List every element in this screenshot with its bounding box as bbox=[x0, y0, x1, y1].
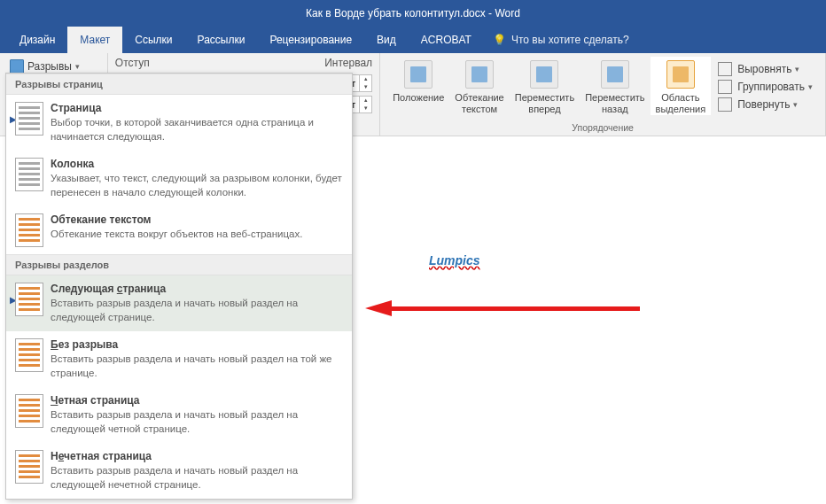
interval-heading: Интервал bbox=[324, 57, 372, 69]
selection-pane-label: Область выделения bbox=[656, 92, 706, 115]
selection-pane-button[interactable]: Область выделения bbox=[651, 57, 712, 115]
spin-up-icon[interactable]: ▲ bbox=[360, 97, 371, 105]
tab-mailings[interactable]: Рассылки bbox=[185, 27, 258, 53]
break-even-page-title: Четная страница bbox=[51, 394, 343, 407]
spin-up-icon[interactable]: ▲ bbox=[360, 75, 371, 83]
selection-pane-icon bbox=[666, 60, 695, 89]
break-textwrap-desc: Обтекание текста вокруг объектов на веб-… bbox=[51, 228, 343, 242]
tell-me-placeholder: Что вы хотите сделать? bbox=[511, 34, 629, 46]
send-backward-label: Переместить назад bbox=[585, 92, 644, 115]
document-text[interactable]: Lumpics bbox=[429, 253, 480, 268]
indent-heading: Отступ bbox=[115, 57, 150, 69]
chevron-down-icon: ▾ bbox=[795, 65, 799, 74]
chevron-down-icon: ▾ bbox=[793, 100, 798, 109]
chevron-down-icon: ▾ bbox=[75, 62, 80, 71]
align-icon bbox=[718, 62, 732, 76]
break-page-desc: Выбор точки, в которой заканчивается одн… bbox=[51, 116, 343, 143]
breaks-icon bbox=[10, 59, 24, 74]
break-continuous-desc: Вставить разрыв раздела и начать новый р… bbox=[51, 353, 343, 380]
break-column-title: Колонка bbox=[51, 158, 343, 170]
position-button[interactable]: Положение bbox=[387, 57, 449, 104]
break-column-item[interactable]: Колонка Указывает, что текст, следующий … bbox=[6, 151, 352, 206]
align-button[interactable]: Выровнять ▾ bbox=[718, 60, 813, 78]
tab-design[interactable]: Дизайн bbox=[7, 27, 67, 53]
break-odd-page-title: Нечетная страница bbox=[51, 450, 343, 462]
break-page-item[interactable]: ▶ Страница Выбор точки, в которой заканч… bbox=[6, 95, 352, 151]
break-textwrap-item[interactable]: Обтекание текстом Обтекание текста вокру… bbox=[6, 206, 352, 254]
bring-forward-button[interactable]: Переместить вперед bbox=[510, 57, 580, 115]
group-button[interactable]: Группировать ▾ bbox=[718, 78, 813, 96]
break-next-page-desc: Вставить разрыв раздела и начать новый р… bbox=[51, 297, 343, 324]
send-backward-icon bbox=[601, 60, 629, 89]
ribbon-tabs: Дизайн Макет Ссылки Рассылки Рецензирова… bbox=[0, 27, 826, 53]
wrap-text-label: Обтекание текстом bbox=[455, 92, 503, 115]
group-icon bbox=[718, 80, 732, 94]
lightbulb-icon: 💡 bbox=[493, 34, 506, 46]
bring-forward-label: Переместить вперед bbox=[515, 92, 574, 115]
arrow-head-icon bbox=[365, 300, 392, 316]
wrap-text-button[interactable]: Обтекание текстом bbox=[449, 57, 509, 115]
breaks-label: Разрывы bbox=[27, 60, 72, 73]
page-break-icon: ▶ bbox=[15, 102, 51, 143]
chevron-down-icon: ▾ bbox=[808, 82, 813, 91]
tell-me-search[interactable]: 💡 Что вы хотите сделать? bbox=[484, 27, 638, 53]
title-bar: Как в Ворде убрать колонтитул.docx - Wor… bbox=[0, 0, 826, 27]
next-page-break-icon: ▶ bbox=[15, 283, 51, 324]
tab-view[interactable]: Вид bbox=[364, 27, 409, 53]
annotation-arrow bbox=[365, 300, 640, 316]
tab-review[interactable]: Рецензирование bbox=[257, 27, 364, 53]
position-label: Положение bbox=[393, 92, 444, 104]
position-icon bbox=[404, 60, 432, 89]
breaks-dropdown-menu: Разрывы страниц ▶ Страница Выбор точки, … bbox=[5, 73, 353, 500]
break-column-desc: Указывает, что текст, следующий за разры… bbox=[51, 172, 343, 199]
break-odd-page-desc: Вставить разрыв раздела и начать новый р… bbox=[51, 464, 343, 492]
break-page-title: Страница bbox=[51, 102, 343, 114]
document-canvas[interactable]: Lumpics bbox=[363, 149, 826, 504]
break-odd-page-item[interactable]: Нечетная страница Вставить разрыв раздел… bbox=[6, 443, 352, 499]
bring-forward-icon bbox=[530, 60, 558, 89]
tab-layout[interactable]: Макет bbox=[67, 27, 122, 53]
break-continuous-title: Без разрыва bbox=[51, 338, 343, 351]
align-label: Выровнять bbox=[737, 63, 791, 75]
odd-page-break-icon bbox=[15, 450, 51, 492]
arrange-group-label: Упорядочение bbox=[387, 120, 818, 136]
break-even-page-item[interactable]: Четная страница Вставить разрыв раздела … bbox=[6, 387, 352, 443]
break-next-page-item[interactable]: ▶ Следующая страница Вставить разрыв раз… bbox=[6, 275, 352, 331]
send-backward-button[interactable]: Переместить назад bbox=[580, 57, 650, 115]
section-breaks-section-header: Разрывы разделов bbox=[6, 254, 352, 275]
even-page-break-icon bbox=[15, 394, 51, 436]
rotate-icon bbox=[718, 97, 732, 112]
break-textwrap-title: Обтекание текстом bbox=[51, 213, 343, 226]
column-break-icon bbox=[15, 158, 51, 199]
tab-acrobat[interactable]: ACROBAT bbox=[409, 27, 484, 53]
textwrap-break-icon bbox=[15, 213, 51, 247]
group-label: Группировать bbox=[737, 81, 805, 93]
spin-down-icon[interactable]: ▼ bbox=[360, 105, 371, 112]
break-next-page-title: Следующая страница bbox=[51, 283, 343, 295]
arrow-shaft bbox=[392, 306, 640, 311]
spin-down-icon[interactable]: ▼ bbox=[360, 83, 371, 91]
continuous-break-icon bbox=[15, 338, 51, 380]
rotate-label: Повернуть bbox=[737, 98, 790, 111]
tab-links[interactable]: Ссылки bbox=[122, 27, 184, 53]
page-breaks-section-header: Разрывы страниц bbox=[6, 74, 352, 95]
rotate-button[interactable]: Повернуть ▾ bbox=[718, 96, 813, 113]
ribbon: Разрывы ▾ Отступ Интервал ▲▼ ▲▼ bbox=[0, 53, 826, 136]
wrap-text-icon bbox=[465, 60, 494, 89]
break-even-page-desc: Вставить разрыв раздела и начать новый р… bbox=[51, 408, 343, 436]
break-continuous-item[interactable]: Без разрыва Вставить разрыв раздела и на… bbox=[6, 331, 352, 387]
